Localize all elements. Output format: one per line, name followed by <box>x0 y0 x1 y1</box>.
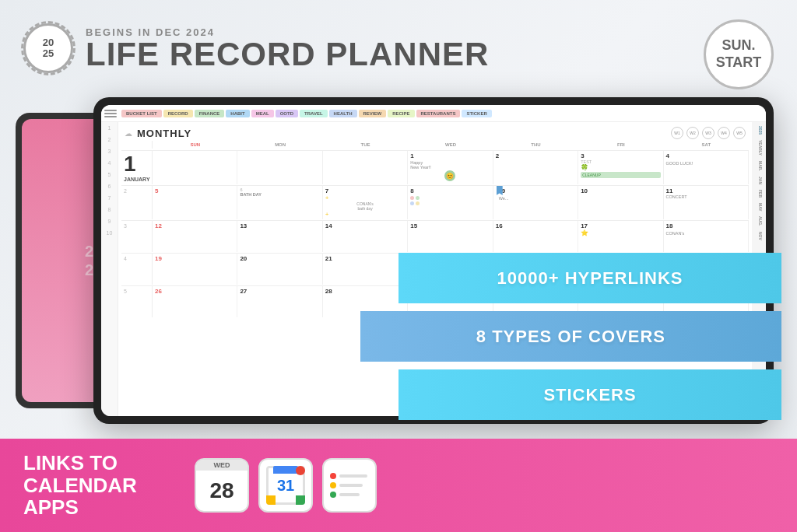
cal-cell-sat-w3: 18 CONAN's <box>664 221 749 252</box>
cal-cell-tue-w1 <box>323 151 408 184</box>
google-calendar-icon: 31 <box>258 458 313 513</box>
day-header-fri: FRI <box>578 141 663 149</box>
day-header-sat: SAT <box>664 141 749 149</box>
tab-health[interactable]: HEALTH <box>329 110 357 117</box>
cal-cell-sun-w2: 5 <box>153 186 237 219</box>
right-tab-yearly[interactable]: YEARLY <box>753 138 764 158</box>
reminder-line-3 <box>339 493 360 496</box>
calendar-apps: WED 28 31 <box>195 458 377 513</box>
cal-cell-sat-w1: 4 GOOD LUCK! <box>664 151 749 184</box>
gcal-corner-yellow <box>266 495 276 505</box>
cal-cell-fri-w2: 10 <box>578 186 663 219</box>
dots-decoration <box>410 196 490 205</box>
week-btn-5[interactable]: W5 <box>733 127 746 139</box>
right-tab-feb[interactable]: FEB <box>753 187 764 200</box>
cal-cell-thu-w1: 2 <box>493 151 578 184</box>
day-headers: SUN MON TUE WED THU FRI SAT <box>121 141 749 149</box>
table-row: 1 JANUARY 1 Happy New Year!! <box>121 150 749 184</box>
cal-cell-tue-w2: 7 + CONAN'sbath day + <box>323 186 408 219</box>
calendar-left-sidebar: 1 2 3 4 5 6 7 8 9 10 <box>101 122 118 416</box>
reminder-line-1 <box>339 474 367 478</box>
row-num-9: 9 <box>103 219 116 224</box>
cal-cell-sun-w3: 12 <box>153 221 237 252</box>
reminder-dot-green <box>330 492 336 498</box>
cal-cell-mon-w3: 13 <box>237 221 322 252</box>
bottom-bar: LINKS TO CALENDAR APPS WED 28 31 <box>0 439 797 532</box>
cal-cell-mon-w4: 20 <box>237 254 322 285</box>
cal-cell-fri-w1: 3 TEST 🍀 CLEANUP <box>578 151 663 184</box>
table-row: 2 5 6 BATH DAY 7 + <box>121 185 749 219</box>
gcal-inner: 31 <box>266 466 305 505</box>
tab-travel[interactable]: TRAVEL <box>300 110 328 117</box>
right-tab-may[interactable]: MAY <box>753 201 764 214</box>
row-num-5: 5 <box>103 172 116 177</box>
tab-recipe[interactable]: RECIPE <box>388 110 414 117</box>
row-num-7: 7 <box>103 195 116 201</box>
hyperlinks-text: 10000+ HYPERLINKS <box>497 268 683 289</box>
row-num-2: 2 <box>103 137 116 142</box>
tab-review[interactable]: REVIEW <box>359 110 387 117</box>
day-header-sun: SUN <box>153 141 237 149</box>
week-label-3: 3 <box>121 221 153 252</box>
cal-cell-mon-w2: 6 BATH DAY <box>237 186 322 219</box>
reminder-dot-red <box>330 473 336 479</box>
row-num-10: 10 <box>103 230 116 236</box>
week-label-4: 4 <box>121 254 153 285</box>
cal-cell-fri-w3: 17 ⭐ <box>578 221 663 252</box>
gcal-top-bar <box>273 466 298 474</box>
tab-navigation: BUCKET LIST RECORD FINANCE HABIT MEAL OO… <box>101 105 766 122</box>
tab-meal[interactable]: MEAL <box>251 110 274 117</box>
cal-cell-mon-w5: 27 <box>237 286 322 317</box>
right-tab-2025[interactable]: 2025 <box>753 124 764 137</box>
tab-habit[interactable]: HABIT <box>226 110 249 117</box>
tab-ootd[interactable]: OOTD <box>276 110 298 117</box>
week-buttons: W1 W2 W3 W4 W5 <box>671 127 746 139</box>
reminder-item-3 <box>330 492 360 498</box>
week-label-1: 1 JANUARY <box>121 151 153 184</box>
title-block: BEGINS IN DEC 2024 LIFE RECORD PLANNER <box>86 26 489 71</box>
week-btn-2[interactable]: W2 <box>686 127 699 139</box>
tab-bucket-list[interactable]: BUCKET LIST <box>121 110 162 117</box>
tab-finance[interactable]: FINANCE <box>195 110 225 117</box>
row-num-1: 1 <box>103 125 116 131</box>
week-btn-3[interactable]: W3 <box>702 127 714 139</box>
right-tab-aug[interactable]: AUG. <box>753 214 764 229</box>
table-row: 3 12 13 14 <box>121 220 749 252</box>
smiley-icon: 😊 <box>444 170 455 181</box>
stickers-text: STICKERS <box>543 385 636 405</box>
reminder-line-2 <box>339 484 363 487</box>
cal-cell-tue-w4: 21 <box>323 254 408 285</box>
tab-record[interactable]: RECORD <box>163 110 193 117</box>
reminder-item-2 <box>330 482 363 488</box>
date-num: 28 <box>196 471 248 511</box>
right-tab-mar[interactable]: MAR. <box>753 159 764 173</box>
sun-start-text: SUN. START <box>716 37 762 71</box>
stickers-overlay: STICKERS <box>398 369 781 420</box>
cal-cell-wed-w1: 1 Happy New Year!! 😊 <box>408 151 493 184</box>
row-num-8: 8 <box>103 207 116 212</box>
tab-sticker[interactable]: STICKER <box>462 110 491 117</box>
week-btn-1[interactable]: W1 <box>671 127 683 139</box>
cal-cell-wed-w2: 8 <box>408 186 493 219</box>
week-label-2: 2 <box>121 186 153 219</box>
cal-cell-sun-w1 <box>153 151 237 184</box>
hyperlinks-overlay: 10000+ HYPERLINKS <box>398 253 781 303</box>
reminder-item-1 <box>330 473 367 479</box>
gcal-number: 31 <box>277 477 294 495</box>
covers-text: 8 TYPES OF COVERS <box>476 327 665 347</box>
calendar-header: ☁ MONTHLY W1 W2 W3 W4 W5 <box>118 122 752 141</box>
right-tab-jan[interactable]: JAN <box>753 174 764 187</box>
cal-cell-sun-w4: 19 <box>153 254 237 285</box>
cal-cell-tue-w3: 14 <box>323 221 408 252</box>
covers-overlay: 8 TYPES OF COVERS <box>360 311 781 362</box>
week-btn-4[interactable]: W4 <box>718 127 730 139</box>
cal-cell-thu-w2: 9 We... <box>493 186 578 219</box>
cal-cell-sun-w5: 26 <box>153 286 237 317</box>
calendar-month-title: MONTHLY <box>137 128 191 139</box>
right-tab-nov[interactable]: NOV <box>753 229 764 243</box>
reminder-dot-yellow <box>330 482 336 488</box>
hamburger-icon[interactable] <box>104 110 117 117</box>
cal-cell-thu-w3: 16 <box>493 221 578 252</box>
tab-restaurants[interactable]: RESTAURANTS <box>416 110 461 117</box>
links-text: LINKS TO CALENDAR APPS <box>23 452 179 519</box>
